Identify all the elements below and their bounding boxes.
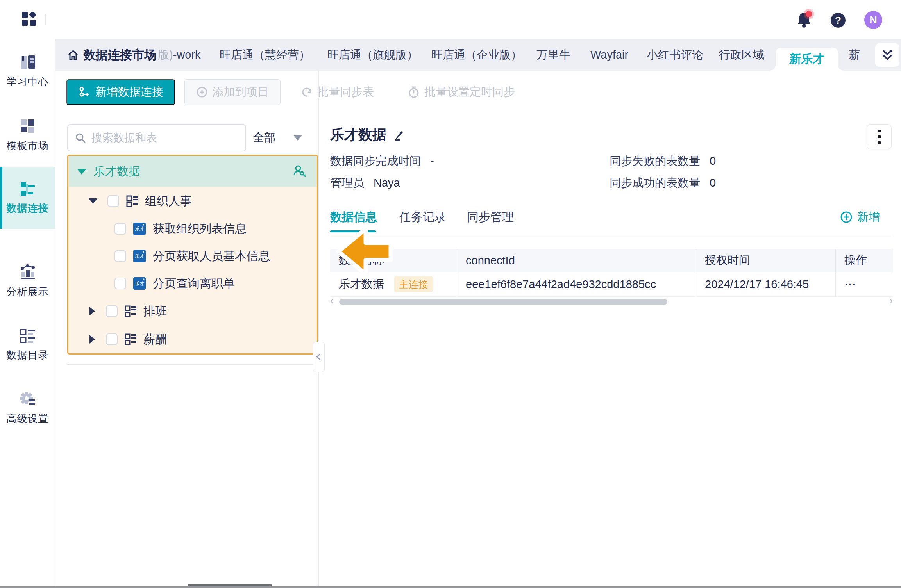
table-header-row: 数据名称 connectId 授权时间 操作 xyxy=(330,249,893,272)
admin-info: 管理员 Naya xyxy=(330,175,400,191)
tab-label: -work xyxy=(173,48,201,61)
expand-arrow-icon[interactable] xyxy=(77,169,86,175)
timer-icon xyxy=(408,86,420,98)
lecai-table-icon: 乐才 xyxy=(133,250,146,262)
scroll-left-arrow[interactable] xyxy=(330,299,335,304)
primary-connection-badge: 主连接 xyxy=(394,276,433,292)
tab-wdt-huijingying[interactable]: 旺店通（慧经营） xyxy=(220,39,310,71)
sidebar-item-label: 高级设置 xyxy=(7,412,49,426)
collapse-arrow-icon[interactable] xyxy=(89,307,95,315)
sidebar-item-data-connection[interactable]: 数据连接 xyxy=(0,167,55,229)
tab-work[interactable]: 版)-work xyxy=(158,39,201,71)
checkbox[interactable] xyxy=(114,278,126,289)
add-data-connection-button[interactable]: 新增数据连接 xyxy=(66,79,175,105)
tree-group-org-personnel[interactable]: 组织人事 xyxy=(68,187,317,215)
cell-auth-time: 2024/12/17 16:46:45 xyxy=(696,272,836,296)
collapse-arrow-icon[interactable] xyxy=(89,335,95,344)
collapse-panel-handle[interactable] xyxy=(313,342,325,372)
detail-title-row: 乐才数据 xyxy=(330,125,404,144)
tab-wdt-qiyeban[interactable]: 旺店通（企业版） xyxy=(431,39,522,71)
sidebar-item-template-market[interactable]: 模板市场 xyxy=(0,110,55,161)
tree-group-label: 组织人事 xyxy=(145,193,192,209)
add-connection-link[interactable]: 新增 xyxy=(840,209,880,225)
tree-table-staff-basic-info[interactable]: 乐才 分页获取人员基本信息 xyxy=(68,242,317,270)
tab-wanliniu[interactable]: 万里牛 xyxy=(536,39,570,71)
header-divider xyxy=(45,14,46,25)
checkbox[interactable] xyxy=(106,305,118,317)
avatar[interactable]: N xyxy=(864,11,882,29)
tree-group-scheduling[interactable]: 排班 xyxy=(68,297,317,325)
tree-table-label: 获取组织列表信息 xyxy=(153,221,247,237)
sidebar-item-learning-center[interactable]: 学习中心 xyxy=(0,46,55,97)
tab-label: 数据信息 xyxy=(330,209,377,225)
authorize-person-key-icon[interactable] xyxy=(293,164,306,178)
add-to-project-button[interactable]: 添加到项目 xyxy=(184,79,281,105)
table-row[interactable]: 乐才数据 主连接 eee1ef6f8e7a44f2ad4e932cdd1885c… xyxy=(330,272,893,297)
tab-xiaohongshu[interactable]: 小红书评论 xyxy=(647,39,703,71)
kebab-dot xyxy=(878,130,881,132)
batch-schedule-sync-button[interactable]: 批量设置定时同步 xyxy=(408,79,515,105)
tab-label: 万里牛 xyxy=(536,47,570,63)
more-actions-button[interactable] xyxy=(867,124,892,149)
tab-xin-truncated[interactable]: 薪 xyxy=(849,39,860,71)
tab-xingzhengquyu[interactable]: 行政区域 xyxy=(719,39,764,71)
tab-home-market[interactable]: 数据连接市场 xyxy=(67,39,156,71)
tab-xinlecai-active[interactable]: 新乐才 xyxy=(776,48,838,71)
panel-divider xyxy=(67,364,318,365)
checkbox[interactable] xyxy=(107,195,119,207)
grid-icon xyxy=(20,119,36,134)
checkbox[interactable] xyxy=(114,250,126,262)
tab-sync-management[interactable]: 同步管理 xyxy=(467,208,514,226)
expand-arrow-icon[interactable] xyxy=(89,198,97,204)
kebab-dot xyxy=(878,135,881,138)
chart-icon xyxy=(19,264,36,280)
data-source-tree-panel: 乐才数据 xyxy=(67,155,318,355)
tab-task-records[interactable]: 任务记录 xyxy=(399,208,446,226)
scope-filter-dropdown[interactable]: 全部 xyxy=(253,124,302,151)
batch-sync-button[interactable]: 批量同步表 xyxy=(301,79,374,105)
table-group-icon xyxy=(125,333,137,345)
sidebar-item-advanced-settings[interactable]: 高级设置 xyxy=(0,383,55,433)
plus-circle-icon xyxy=(840,211,853,223)
help-icon[interactable]: ? xyxy=(831,13,846,28)
button-label: 批量同步表 xyxy=(317,84,374,100)
app-logo-icon[interactable] xyxy=(22,12,37,26)
checkbox[interactable] xyxy=(114,223,126,235)
notification-badge xyxy=(806,11,812,17)
scroll-right-arrow[interactable] xyxy=(888,299,894,304)
sidebar-item-analysis-display[interactable]: 分析展示 xyxy=(0,256,55,306)
link-label: 新增 xyxy=(857,209,880,225)
sidebar: 学习中心 模板市场 xyxy=(0,39,55,588)
tree-table-org-list[interactable]: 乐才 获取组织列表信息 xyxy=(68,215,317,242)
tree-group-salary[interactable]: 薪酬 xyxy=(68,325,317,353)
sync-complete-time: 数据同步完成时间 - xyxy=(330,153,434,169)
sidebar-item-data-catalog[interactable]: 数据目录 xyxy=(0,319,55,370)
horizontal-scrollbar-thumb[interactable] xyxy=(339,299,667,305)
tab-wayfair[interactable]: Wayfair xyxy=(590,39,628,71)
sync-success-count: 同步成功的表数量 0 xyxy=(610,175,716,191)
tab-overflow-button[interactable] xyxy=(875,43,899,67)
tab-label: 旺店通（企业版） xyxy=(431,47,522,63)
row-actions-button[interactable]: ⋯ xyxy=(836,272,893,296)
notification-bell-icon[interactable] xyxy=(796,11,813,29)
connection-tabstrip: 数据连接市场 版)-work 旺店通（慧经营） 旺店通（旗舰版） 旺店通（企业版… xyxy=(55,39,901,71)
column-header-connect-id: connectId xyxy=(457,249,696,272)
tree-table-resignation-query[interactable]: 乐才 分页查询离职单 xyxy=(68,270,317,297)
sidebar-item-label: 分析展示 xyxy=(7,285,49,299)
tab-label: 新乐才 xyxy=(789,51,824,67)
column-header-data-name: 数据名称 xyxy=(330,249,457,272)
edit-pencil-icon[interactable] xyxy=(393,130,404,141)
tab-data-info[interactable]: 数据信息 xyxy=(330,208,377,226)
column-header-actions: 操作 xyxy=(836,249,893,272)
tab-label: 行政区域 xyxy=(719,47,764,63)
main-content: 新增数据连接 添加到项目 批量同步表 xyxy=(55,71,901,588)
connection-plus-icon xyxy=(78,86,90,98)
checkbox[interactable] xyxy=(106,333,118,345)
tab-wdt-qijianban[interactable]: 旺店通（旗舰版） xyxy=(327,39,418,71)
info-label: 同步失败的表数量 xyxy=(610,153,700,169)
tree-root-lecai-data[interactable]: 乐才数据 xyxy=(68,156,317,187)
search-input[interactable] xyxy=(91,132,224,144)
cell-connect-id: eee1ef6f8e7a44f2ad4e932cdd1885cc xyxy=(457,272,696,296)
info-value: 0 xyxy=(710,155,716,167)
filter-value: 全部 xyxy=(253,130,275,146)
